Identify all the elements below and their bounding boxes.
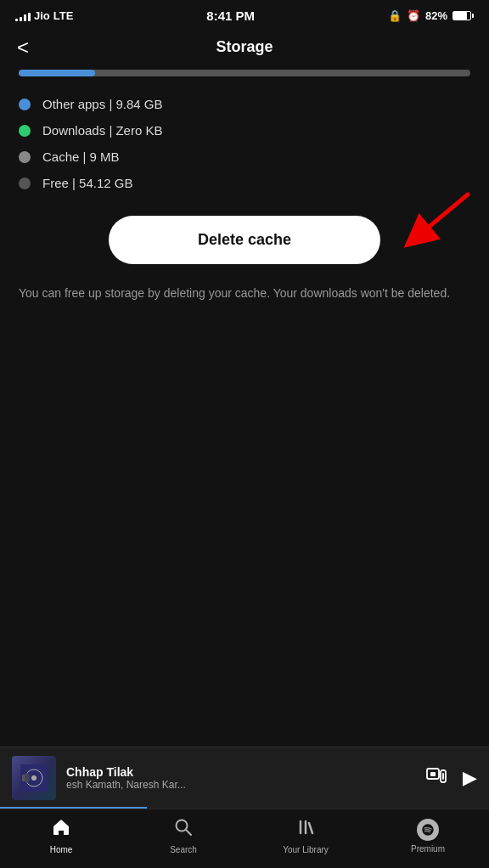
back-button[interactable]: < [17,36,29,59]
status-bar: Jio LTE 8:41 PM 🔒 ⏰ 82% [0,0,489,28]
nav-item-premium[interactable]: Premium [367,819,489,854]
storage-bar-container [0,70,489,97]
delete-cache-container: Delete cache [0,216,489,285]
list-item: Cache | 9 MB [19,149,470,164]
signal-bars [15,11,31,21]
bottom-nav: Home Search Your Library [0,809,489,868]
now-playing-thumbnail [12,756,56,800]
now-playing-title: Chhap Tilak [66,765,415,779]
play-button[interactable]: ▶ [463,767,477,789]
free-dot [19,178,31,189]
svg-line-15 [309,823,312,833]
home-icon [52,818,70,842]
list-item: Other apps | 9.84 GB [19,97,470,111]
now-playing-bar[interactable]: Chhap Tilak esh Kamath, Naresh Kar... ▶ [0,747,489,809]
page-title: Storage [17,38,472,56]
status-time: 8:41 PM [206,8,255,23]
battery-percent: 82% [425,9,447,22]
lock-icon: 🔒 [388,9,402,22]
nav-item-home[interactable]: Home [0,818,122,854]
now-playing-controls: ▶ [425,767,477,790]
status-left: Jio LTE [15,9,73,22]
other-apps-dot [19,99,31,110]
svg-point-6 [25,773,30,783]
other-apps-label: Other apps | 9.84 GB [42,97,162,111]
svg-point-4 [31,775,37,781]
downloads-label: Downloads | Zero KB [42,123,162,138]
nav-label-search: Search [170,845,197,854]
list-item: Downloads | Zero KB [19,123,470,138]
cache-label: Cache | 9 MB [42,149,120,164]
info-text: You can free up storage by deleting your… [0,285,489,319]
list-item: Free | 54.12 GB [19,176,470,190]
search-icon [174,818,193,842]
nav-item-search[interactable]: Search [122,818,244,854]
svg-line-12 [186,830,191,835]
now-playing-info: Chhap Tilak esh Kamath, Naresh Kar... [66,765,415,791]
spotify-logo [417,819,439,841]
nav-label-library: Your Library [283,845,329,854]
cache-dot [19,151,31,163]
library-icon [296,818,315,842]
carrier-label: Jio [34,9,50,22]
delete-cache-button[interactable]: Delete cache [109,216,380,264]
downloads-dot [19,125,31,137]
header: < Storage [0,28,489,70]
cast-icon[interactable] [425,767,447,790]
storage-bar [19,70,470,76]
now-playing-artist: esh Kamath, Naresh Kar... [66,779,415,791]
storage-bar-fill [19,70,95,76]
storage-legend: Other apps | 9.84 GB Downloads | Zero KB… [0,97,489,216]
svg-rect-10 [442,773,444,780]
status-right: 🔒 ⏰ 82% [388,9,474,22]
alarm-icon: ⏰ [407,9,420,22]
nav-label-premium: Premium [411,844,445,854]
thumb-placeholder [12,756,56,800]
free-label: Free | 54.12 GB [42,176,132,190]
network-label: LTE [53,9,74,22]
svg-rect-8 [430,772,436,776]
nav-item-library[interactable]: Your Library [244,818,367,854]
nav-label-home: Home [50,845,73,854]
battery-icon [452,11,474,20]
premium-icon [417,819,439,841]
